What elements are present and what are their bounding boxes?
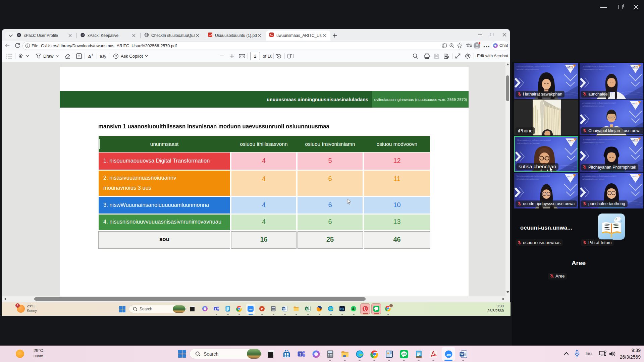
svg-text:X: X bbox=[306, 307, 308, 310]
svg-text:♪: ♪ bbox=[618, 216, 620, 219]
svg-text:W: W bbox=[460, 352, 464, 356]
svg-text:zm: zm bbox=[446, 353, 450, 356]
svg-text:LINE: LINE bbox=[402, 353, 406, 355]
svg-text:T: T bbox=[299, 353, 301, 356]
svg-text:T: T bbox=[215, 307, 216, 310]
svg-text:♪: ♪ bbox=[621, 220, 622, 222]
svg-text:zm: zm bbox=[249, 308, 252, 311]
svg-text:W: W bbox=[282, 307, 285, 310]
svg-text:♫: ♫ bbox=[615, 217, 618, 221]
svg-text:Ps: Ps bbox=[340, 307, 344, 311]
svg-text:P: P bbox=[261, 307, 263, 311]
